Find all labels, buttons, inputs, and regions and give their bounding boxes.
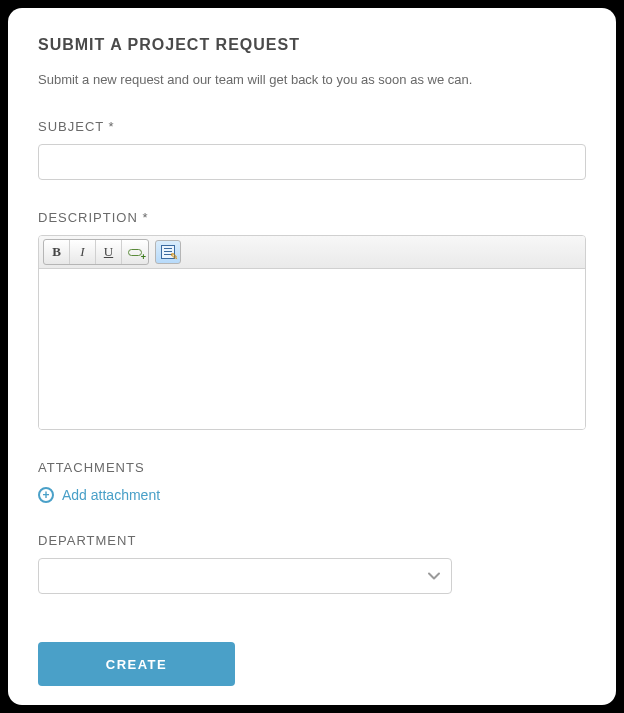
plus-circle-icon: + <box>38 487 54 503</box>
link-icon <box>128 249 142 256</box>
form-card: SUBMIT A PROJECT REQUEST Submit a new re… <box>8 8 616 705</box>
description-textarea[interactable] <box>39 269 585 429</box>
italic-button[interactable]: I <box>70 240 96 264</box>
department-select-wrap <box>38 558 452 594</box>
add-attachment-label: Add attachment <box>62 487 160 503</box>
description-editor: B I U <box>38 235 586 430</box>
department-label: DEPARTMENT <box>38 533 586 548</box>
bold-button[interactable]: B <box>44 240 70 264</box>
subject-label: SUBJECT * <box>38 119 586 134</box>
attachments-label: ATTACHMENTS <box>38 460 586 475</box>
description-section: DESCRIPTION * B I U <box>38 210 586 430</box>
description-label: DESCRIPTION * <box>38 210 586 225</box>
add-attachment-button[interactable]: + Add attachment <box>38 487 160 503</box>
page-title: SUBMIT A PROJECT REQUEST <box>38 36 586 54</box>
editor-toolbar: B I U <box>39 236 585 269</box>
department-section: DEPARTMENT <box>38 533 586 594</box>
department-select[interactable] <box>38 558 452 594</box>
wysiwyg-toggle-button[interactable] <box>155 240 181 264</box>
intro-text: Submit a new request and our team will g… <box>38 72 586 87</box>
underline-button[interactable]: U <box>96 240 122 264</box>
document-edit-icon <box>161 245 175 259</box>
subject-section: SUBJECT * <box>38 119 586 180</box>
format-group: B I U <box>43 239 149 265</box>
link-button[interactable] <box>122 240 148 264</box>
attachments-section: ATTACHMENTS + Add attachment <box>38 460 586 503</box>
create-button[interactable]: CREATE <box>38 642 235 686</box>
subject-input[interactable] <box>38 144 586 180</box>
